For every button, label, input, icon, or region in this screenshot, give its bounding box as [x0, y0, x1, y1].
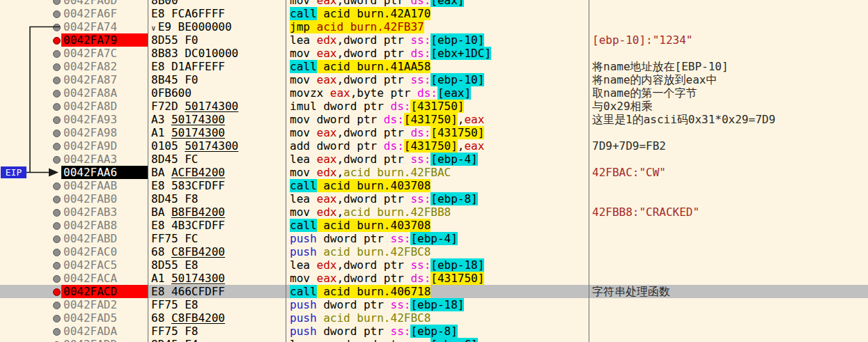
breakpoint-dot[interactable]: [53, 10, 61, 18]
instruction-token: push: [290, 232, 317, 245]
breakpoint-dot[interactable]: [53, 288, 61, 296]
breakpoint-dot[interactable]: [53, 249, 61, 256]
breakpoint-dot[interactable]: [53, 90, 61, 98]
breakpoint-gutter[interactable]: [52, 139, 61, 153]
disasm-row[interactable]: 0042FACAA1 50174300mov eax,dword ptr ds:…: [0, 272, 868, 285]
breakpoint-gutter[interactable]: [52, 311, 61, 325]
breakpoint-gutter[interactable]: [52, 60, 61, 73]
breakpoint-gutter[interactable]: [52, 192, 61, 205]
breakpoint-dot[interactable]: [53, 37, 61, 45]
instruction-cell: mov eax,dword ptr ds:[ebx+1DC]: [286, 47, 589, 60]
breakpoint-gutter[interactable]: [52, 298, 61, 311]
breakpoint-gutter[interactable]: [52, 20, 61, 33]
disasm-row[interactable]: 0042FAC068 C8FB4200push acid burn.42FBC8: [0, 245, 868, 258]
disasm-row[interactable]: 0042FAD568 C8FB4200push acid burn.42FBC8: [0, 311, 868, 325]
disasm-row[interactable]: 0042FAD2FF75 E8push dword ptr ss:[ebp-18…: [0, 298, 868, 311]
breakpoint-gutter[interactable]: [52, 285, 61, 298]
bytes-cell: A1 50174300: [148, 126, 286, 139]
comment-text: 7D9+7D9=FB2: [592, 139, 666, 153]
breakpoint-dot[interactable]: [53, 182, 61, 190]
address-cell: 0042FAB3: [61, 205, 148, 219]
breakpoint-gutter[interactable]: [52, 325, 61, 338]
disasm-row[interactable]: 0042FA798D55 F0lea edx,dword ptr ss:[ebp…: [0, 33, 868, 47]
instruction-cell: lea eax,dword ptr ss:[ebp-8]: [286, 192, 589, 205]
disasm-row[interactable]: 0042FA8A0FB600movzx eax,byte ptr ds:[eax…: [0, 86, 868, 100]
breakpoint-gutter[interactable]: [52, 73, 61, 86]
disasm-row[interactable]: 0042FA7C8B83 DC010000mov eax,dword ptr d…: [0, 47, 868, 60]
byte-group: 50174300: [185, 100, 238, 113]
breakpoint-gutter[interactable]: [52, 232, 61, 245]
byte-group: E8: [185, 258, 198, 272]
breakpoint-gutter[interactable]: [52, 113, 61, 126]
disasm-row[interactable]: 0042FA74∨E9 BE000000jmp acid burn.42FB37: [0, 20, 868, 33]
bytes-cell: A1 50174300: [148, 272, 286, 285]
jump-gutter: [0, 20, 52, 33]
bytes-cell: 8B00: [148, 0, 286, 7]
breakpoint-dot[interactable]: [53, 103, 61, 111]
comment-text: 将name的内容放到eax中: [592, 73, 717, 86]
disasm-row[interactable]: 0042FA98A1 50174300mov eax,dword ptr ds:…: [0, 126, 868, 139]
breakpoint-dot[interactable]: [53, 130, 61, 137]
breakpoint-dot[interactable]: [53, 302, 61, 309]
breakpoint-dot[interactable]: [53, 116, 61, 124]
disasm-row[interactable]: 0042FA6FE8 FCA6FFFFcall acid burn.42A170: [0, 7, 868, 20]
breakpoint-dot[interactable]: [53, 50, 61, 58]
breakpoint-dot[interactable]: [53, 209, 61, 217]
breakpoint-gutter[interactable]: [52, 153, 61, 166]
breakpoint-gutter[interactable]: [52, 219, 61, 232]
disasm-row[interactable]: 0042FA8DF72D 50174300imul dword ptr ds:[…: [0, 100, 868, 113]
disasm-row[interactable]: 0042FA93A3 50174300mov dword ptr ds:[431…: [0, 113, 868, 126]
comment-cell: 这里是1的ascii码0x31*0x29=7D9: [589, 113, 868, 126]
byte-group: 8B45: [151, 73, 178, 86]
breakpoint-dot[interactable]: [53, 315, 61, 322]
disasm-row[interactable]: 0042FACDE8 466CFDFFcall acid burn.406718…: [0, 285, 868, 298]
breakpoint-gutter[interactable]: [52, 166, 61, 179]
breakpoint-dot[interactable]: [53, 63, 61, 71]
disasm-row[interactable]: 0042FA9D0105 50174300add dword ptr ds:[4…: [0, 139, 868, 153]
breakpoint-dot[interactable]: [53, 275, 61, 283]
breakpoint-dot[interactable]: [53, 0, 61, 5]
breakpoint-gutter[interactable]: [52, 179, 61, 192]
disasm-row[interactable]: 0042FAA38D45 FClea eax,dword ptr ss:[ebp…: [0, 153, 868, 166]
jump-gutter: [0, 219, 52, 232]
disasm-row[interactable]: 0042FAB08D45 F8lea eax,dword ptr ss:[ebp…: [0, 192, 868, 205]
breakpoint-gutter[interactable]: [52, 0, 61, 7]
disasm-row[interactable]: 0042FA6D8B00mov eax,dword ptr ds:[eax]: [0, 0, 868, 7]
disasm-row[interactable]: 0042FA82E8 D1AFFEFFcall acid burn.41AA58…: [0, 60, 868, 73]
breakpoint-dot[interactable]: [53, 143, 61, 150]
bytes-cell: 0FB600: [148, 86, 286, 100]
breakpoint-dot[interactable]: [53, 196, 61, 203]
byte-group: BA: [151, 205, 164, 219]
comment-cell: 将name的内容放到eax中: [589, 73, 868, 86]
disasm-row[interactable]: 0042FAABE8 583CFDFFcall acid burn.403708: [0, 179, 868, 192]
breakpoint-gutter[interactable]: [52, 100, 61, 113]
breakpoint-gutter[interactable]: [52, 47, 61, 60]
disasm-row[interactable]: 0042FADAFF75 F8push dword ptr ss:[ebp-8]: [0, 325, 868, 338]
disasm-row[interactable]: 0042FAC58D55 E8lea edx,dword ptr ss:[ebp…: [0, 258, 868, 272]
breakpoint-gutter[interactable]: [52, 258, 61, 272]
breakpoint-dot[interactable]: [53, 24, 61, 31]
disasm-row[interactable]: 0042FAB3BA B8FB4200mov edx,acid burn.42F…: [0, 205, 868, 219]
disasm-row[interactable]: 0042FABDFF75 FCpush dword ptr ss:[ebp-4]: [0, 232, 868, 245]
byte-group: C8FB4200: [171, 311, 225, 325]
disasm-row[interactable]: 0042FADD8D45 F4lea eax,dword ptr ss:[ebp…: [0, 338, 868, 342]
breakpoint-gutter[interactable]: [52, 338, 61, 342]
disasm-row[interactable]: 0042FAA6BA ACFB4200mov edx,acid burn.42F…: [0, 166, 868, 179]
disasm-row[interactable]: 0042FAB8E8 4B3CFDFFcall acid burn.403708: [0, 219, 868, 232]
breakpoint-gutter[interactable]: [52, 7, 61, 20]
breakpoint-gutter[interactable]: [52, 272, 61, 285]
breakpoint-dot[interactable]: [53, 235, 61, 243]
breakpoint-dot[interactable]: [53, 328, 61, 336]
breakpoint-gutter[interactable]: [52, 205, 61, 219]
address-cell: 0042FA74: [61, 20, 148, 33]
disasm-row[interactable]: 0042FA878B45 F0mov eax,dword ptr ss:[ebp…: [0, 73, 868, 86]
breakpoint-gutter[interactable]: [52, 126, 61, 139]
breakpoint-gutter[interactable]: [52, 245, 61, 258]
breakpoint-dot[interactable]: [53, 222, 61, 230]
instruction-token: eax: [330, 86, 350, 100]
breakpoint-dot[interactable]: [53, 156, 61, 164]
breakpoint-dot[interactable]: [53, 77, 61, 84]
breakpoint-gutter[interactable]: [52, 33, 61, 47]
breakpoint-gutter[interactable]: [52, 86, 61, 100]
breakpoint-dot[interactable]: [53, 262, 61, 270]
